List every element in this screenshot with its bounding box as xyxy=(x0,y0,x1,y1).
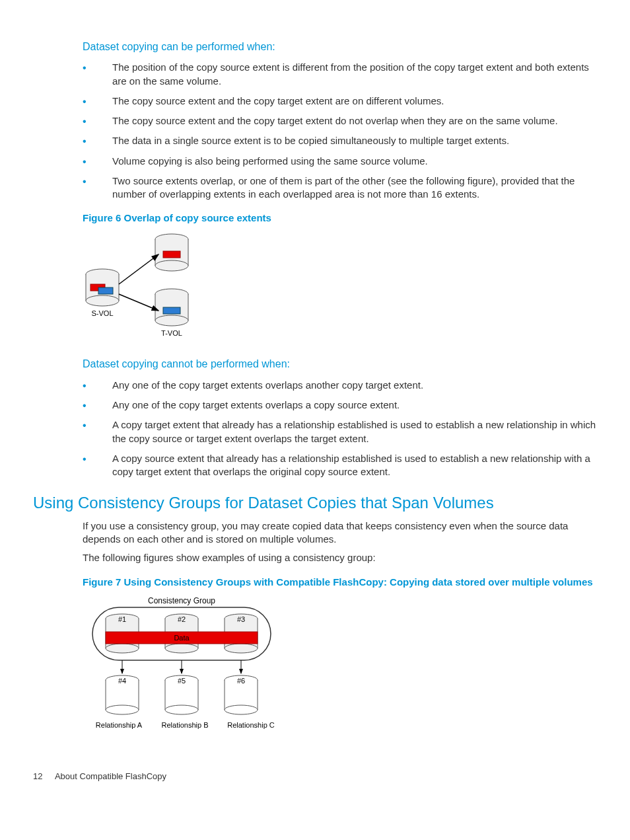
svg-point-45 xyxy=(106,705,139,714)
svg-point-36 xyxy=(225,644,258,653)
cg-label: Consistency Group xyxy=(148,596,215,605)
figure-6: S-VOL T-VOL xyxy=(83,231,597,347)
svg-point-55 xyxy=(225,705,258,714)
figure-6-caption: Figure 6 Overlap of copy source extents xyxy=(83,211,597,225)
list-item: A copy source extent that already has a … xyxy=(83,452,597,479)
figure-7: Consistency Group #1 #2 #3 Data xyxy=(83,595,597,744)
rel-a: Relationship A xyxy=(96,721,143,729)
svg-rect-12 xyxy=(163,251,180,258)
cyl-6: #6 xyxy=(237,677,245,685)
figure-7-caption: Figure 7 Using Consistency Groups with C… xyxy=(83,575,597,589)
svg-point-31 xyxy=(165,644,198,653)
cyl-4: #4 xyxy=(118,677,126,685)
bullet-list-cannot: Any one of the copy target extents overl… xyxy=(83,379,597,479)
body-paragraph: The following figures show examples of u… xyxy=(83,551,597,564)
page-number: 12 xyxy=(33,771,53,783)
svol-label: S-VOL xyxy=(91,309,113,317)
cyl-5: #5 xyxy=(178,677,186,685)
rel-c: Relationship C xyxy=(227,721,275,729)
chapter-title: About Compatible FlashCopy xyxy=(55,771,166,781)
svg-point-4 xyxy=(86,295,119,306)
list-item: Volume copying is also being performed u… xyxy=(83,155,597,168)
cyl-1: #1 xyxy=(118,615,126,623)
section-heading: Using Consistency Groups for Dataset Cop… xyxy=(33,492,597,514)
svg-point-50 xyxy=(165,705,198,714)
list-item: Two source extents overlap, or one of th… xyxy=(83,174,597,202)
subheading-cannot: Dataset copying cannot be performed when… xyxy=(83,357,597,371)
rel-b: Relationship B xyxy=(162,721,209,729)
svg-line-20 xyxy=(119,294,158,311)
page-footer: 12 About Compatible FlashCopy xyxy=(33,771,597,783)
list-item: A copy target extent that already has a … xyxy=(83,418,597,445)
svg-line-19 xyxy=(119,254,158,284)
svg-rect-6 xyxy=(98,287,113,294)
svg-point-17 xyxy=(155,315,188,326)
bullet-list-can: The position of the copy source extent i… xyxy=(83,61,597,201)
list-item: The data in a single source extent is to… xyxy=(83,134,597,147)
subheading-can: Dataset copying can be performed when: xyxy=(83,40,597,54)
cyl-2: #2 xyxy=(178,615,186,623)
svg-point-11 xyxy=(155,260,188,271)
list-item: The copy source extent and the copy targ… xyxy=(83,114,597,128)
list-item: The position of the copy source extent i… xyxy=(83,61,597,88)
list-item: Any one of the copy target extents overl… xyxy=(83,379,597,392)
body-paragraph: If you use a consistency group, you may … xyxy=(83,519,597,547)
tvol-label: T-VOL xyxy=(161,329,182,337)
list-item: Any one of the copy target extents overl… xyxy=(83,399,597,412)
data-label: Data xyxy=(174,634,190,642)
list-item: The copy source extent and the copy targ… xyxy=(83,95,597,108)
svg-point-26 xyxy=(106,644,139,653)
cyl-3: #3 xyxy=(237,615,245,623)
svg-rect-18 xyxy=(163,307,180,314)
